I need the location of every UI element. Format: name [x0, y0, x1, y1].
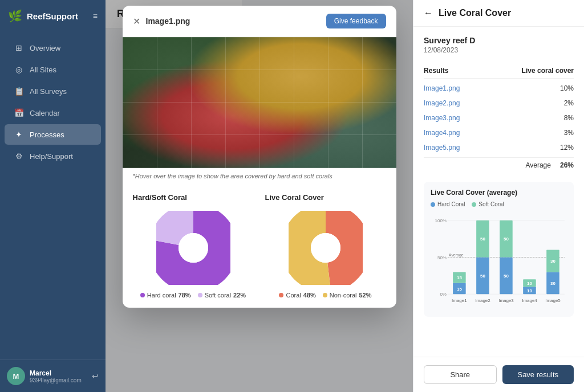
- results-link-5[interactable]: Image5.png: [424, 144, 460, 152]
- svg-text:50: 50: [480, 273, 485, 279]
- results-row-3: Image3.png8%: [424, 111, 574, 125]
- sidebar-label-overview: Overview: [30, 44, 60, 52]
- results-row-5: Image5.png12%: [424, 140, 574, 155]
- svg-text:10: 10: [527, 281, 532, 286]
- sidebar-item-all-sites[interactable]: ◎ All Sites: [5, 59, 101, 80]
- panel-header: ← Live Coral Cover: [413, 0, 584, 27]
- results-value-4: 3%: [564, 129, 574, 137]
- non-coral-label: Non-coral: [330, 292, 357, 299]
- modal-charts: Hard/Soft Coral: [123, 184, 396, 308]
- logout-icon[interactable]: ↩: [92, 371, 99, 381]
- hard-coral-legend: Hard coral 78%: [140, 292, 191, 299]
- modal-image-title: Image1.png: [146, 17, 321, 26]
- processes-icon: ✦: [14, 130, 24, 139]
- sidebar-item-calendar[interactable]: 📅 Calendar: [5, 103, 101, 123]
- coral-pct: 48%: [303, 292, 316, 299]
- panel-footer: Share Save results: [413, 357, 584, 392]
- coral-image: [123, 37, 396, 168]
- results-link-3[interactable]: Image3.png: [424, 114, 460, 122]
- svg-text:15: 15: [457, 275, 462, 280]
- soft-coral-dot: [198, 293, 202, 297]
- bar-chart-title: Live Coral Cover (average): [431, 189, 567, 197]
- user-info: Marcel 9394lay@gmail.com: [30, 369, 87, 383]
- hard-coral-bar-label: Hard Coral: [437, 201, 465, 207]
- give-feedback-button[interactable]: Give feedback: [326, 14, 386, 28]
- hard-coral-label: Hard coral: [147, 292, 176, 299]
- soft-coral-pct: 22%: [233, 292, 246, 299]
- surveys-icon: 📋: [14, 87, 24, 96]
- soft-coral-label: Soft coral: [205, 292, 231, 299]
- average-value: 26%: [560, 161, 574, 169]
- user-avatar: M: [7, 367, 25, 385]
- soft-coral-bar-dot: [472, 202, 476, 207]
- results-value-5: 12%: [560, 144, 574, 152]
- sidebar-item-help[interactable]: ⚙ Help/Support: [5, 146, 101, 166]
- sidebar-label-calendar: Calendar: [30, 109, 60, 117]
- app-logo[interactable]: 🌿 ReefSupport ≡: [0, 0, 106, 32]
- results-value-1: 10%: [560, 84, 574, 92]
- soft-coral-legend: Soft coral 22%: [198, 292, 246, 299]
- results-col2-header: Live coral cover: [522, 67, 574, 75]
- svg-text:50%: 50%: [437, 255, 447, 260]
- svg-text:Image2: Image2: [475, 298, 490, 303]
- user-email: 9394lay@gmail.com: [30, 377, 87, 383]
- bar-chart-canvas: 100%50%0%Average1515Image15050Image25050…: [431, 213, 567, 310]
- image-modal: ✕ Image1.png Give feedback *Hover over t…: [123, 6, 396, 308]
- svg-text:100%: 100%: [435, 218, 447, 223]
- main-content: Re ✕ Image1.png Give feedback *Hover ove…: [106, 0, 413, 392]
- share-button[interactable]: Share: [424, 365, 497, 384]
- hard-coral-bar-dot: [431, 202, 435, 207]
- sidebar-label-all-surveys: All Surveys: [30, 87, 67, 96]
- hard-soft-pie: [156, 211, 230, 285]
- average-label: Average: [525, 161, 550, 169]
- user-name: Marcel: [30, 369, 87, 377]
- sidebar-label-processes: Processes: [30, 130, 64, 139]
- sidebar-nav: ⊞ Overview ◎ All Sites 📋 All Surveys 📅 C…: [0, 32, 106, 360]
- bar-chart-legend: Hard Coral Soft Coral: [431, 201, 567, 207]
- non-coral-legend: Non-coral 52%: [323, 292, 372, 299]
- calendar-icon: 📅: [14, 108, 24, 117]
- svg-text:50: 50: [504, 273, 509, 279]
- save-results-button[interactable]: Save results: [502, 365, 574, 384]
- hard-coral-bar-legend: Hard Coral: [431, 201, 465, 207]
- svg-text:30: 30: [550, 281, 555, 286]
- sidebar-item-overview[interactable]: ⊞ Overview: [5, 38, 101, 58]
- hard-coral-pct: 78%: [179, 292, 191, 299]
- svg-point-2: [179, 233, 208, 263]
- results-link-2[interactable]: Image2.png: [424, 99, 460, 107]
- image-hint: *Hover over the image to show the area c…: [123, 168, 396, 184]
- sidebar-item-processes[interactable]: ✦ Processes: [5, 124, 101, 145]
- survey-name: Survey reef D: [424, 36, 574, 45]
- svg-text:15: 15: [457, 287, 462, 292]
- live-coral-chart: Live Coral Cover Coral: [265, 193, 386, 299]
- soft-coral-bar-legend: Soft Coral: [472, 201, 504, 207]
- modal-header: ✕ Image1.png Give feedback: [123, 6, 396, 37]
- modal-overlay: ✕ Image1.png Give feedback *Hover over t…: [106, 0, 413, 392]
- bar-chart-section: Live Coral Cover (average) Hard Coral So…: [424, 182, 574, 317]
- results-table-header: Results Live coral cover: [424, 63, 574, 79]
- results-link-1[interactable]: Image1.png: [424, 84, 460, 92]
- svg-text:50: 50: [480, 236, 485, 242]
- sidebar-collapse-button[interactable]: ≡: [93, 11, 98, 21]
- sidebar-footer: M Marcel 9394lay@gmail.com ↩: [0, 360, 106, 392]
- help-icon: ⚙: [14, 152, 24, 161]
- panel-back-button[interactable]: ←: [424, 8, 433, 18]
- overview-icon: ⊞: [14, 43, 24, 52]
- hard-soft-title: Hard/Soft Coral: [133, 193, 254, 202]
- non-coral-pct: 52%: [359, 292, 371, 299]
- sidebar: 🌿 ReefSupport ≡ ⊞ Overview ◎ All Sites 📋…: [0, 0, 106, 392]
- coral-legend: Coral 48%: [279, 292, 315, 299]
- non-coral-dot: [323, 293, 327, 297]
- svg-text:Average: Average: [449, 253, 464, 258]
- svg-text:50: 50: [504, 236, 509, 242]
- sidebar-item-all-surveys[interactable]: 📋 All Surveys: [5, 81, 101, 101]
- right-panel: ← Live Coral Cover Survey reef D 12/08/2…: [413, 0, 584, 392]
- modal-close-button[interactable]: ✕: [133, 16, 140, 27]
- svg-text:10: 10: [527, 288, 532, 293]
- sidebar-label-help: Help/Support: [30, 152, 73, 161]
- live-coral-legend: Coral 48% Non-coral 52%: [265, 292, 386, 299]
- live-coral-pie-container: [265, 211, 386, 285]
- live-coral-pie: [289, 211, 363, 285]
- svg-text:Image5: Image5: [545, 298, 561, 303]
- results-link-4[interactable]: Image4.png: [424, 129, 460, 137]
